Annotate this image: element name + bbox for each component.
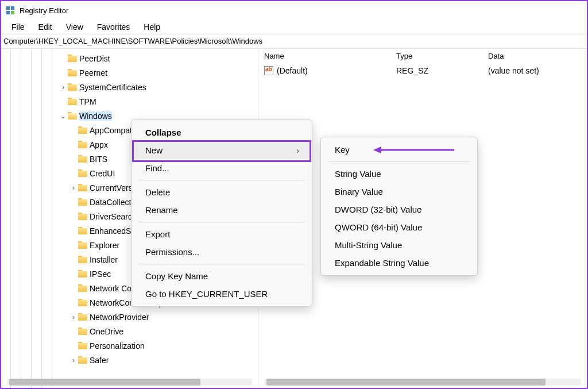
ctx-item-collapse[interactable]: Collapse	[134, 124, 310, 141]
ctx-item-permissions[interactable]: Permissions...	[134, 243, 310, 261]
menu-separator	[328, 161, 470, 162]
list-row[interactable]: (Default)REG_SZ(value not set)	[258, 63, 587, 78]
menu-item-label: Export	[145, 229, 170, 239]
svg-rect-3	[11, 11, 14, 14]
ctx-item-rename[interactable]: Rename	[134, 201, 310, 219]
context-menu[interactable]: CollapseNew›Find...DeleteRenameExportPer…	[131, 120, 312, 307]
menu-item-label: Delete	[145, 187, 170, 197]
folder-icon	[78, 270, 87, 278]
sub-item-dword-32-bit-value[interactable]: DWORD (32-bit) Value	[323, 201, 475, 218]
folder-icon	[78, 213, 87, 220]
folder-icon	[68, 112, 77, 120]
menu-item-label: Rename	[145, 205, 178, 215]
sub-item-key[interactable]: Key	[323, 141, 475, 159]
tree-item-label: Windows	[79, 111, 112, 121]
tree-item-label: Installer	[90, 255, 118, 264]
address-bar[interactable]: Computer\HKEY_LOCAL_MACHINE\SOFTWARE\Pol…	[1, 34, 587, 48]
folder-icon	[78, 126, 87, 134]
svg-rect-0	[6, 6, 10, 10]
cell-data: (value not set)	[482, 66, 587, 75]
tree-item-personalization[interactable]: Personalization	[1, 338, 258, 353]
tree-item-label: SystemCertificates	[79, 83, 146, 92]
tree-item-label: Safer	[90, 356, 109, 365]
tree-item-safer[interactable]: ›Safer	[1, 353, 258, 367]
menu-item-label: String Value	[335, 169, 381, 179]
tree-item-label: CredUI	[90, 169, 115, 178]
context-submenu-new[interactable]: KeyString ValueBinary ValueDWORD (32-bit…	[320, 137, 478, 276]
ctx-item-delete[interactable]: Delete	[134, 183, 310, 201]
menu-separator	[138, 222, 305, 222]
tree-item-peernet[interactable]: Peernet	[1, 66, 258, 80]
menu-item-label: Collapse	[145, 128, 181, 137]
address-path: Computer\HKEY_LOCAL_MACHINE\SOFTWARE\Pol…	[3, 37, 262, 45]
menu-item-label: Copy Key Name	[145, 271, 208, 281]
folder-icon	[68, 98, 77, 105]
menu-separator	[138, 180, 305, 180]
svg-rect-1	[11, 6, 14, 10]
folder-icon	[78, 155, 87, 163]
tree-item-label: Peernet	[79, 68, 107, 78]
ctx-item-new[interactable]: New›	[134, 141, 310, 159]
ctx-item-copy-key-name[interactable]: Copy Key Name	[134, 267, 310, 285]
list-h-scrollbar[interactable]	[264, 379, 581, 386]
list-header[interactable]: Name Type Data	[258, 49, 587, 63]
tree-item-networkprovider[interactable]: ›NetworkProvider	[1, 310, 258, 324]
col-header-type[interactable]: Type	[390, 52, 482, 60]
menu-file[interactable]: File	[6, 21, 30, 33]
sub-item-string-value[interactable]: String Value	[323, 165, 475, 183]
tree-item-label: OneDrive	[90, 327, 123, 336]
folder-icon	[78, 227, 87, 234]
titlebar: Registry Editor	[1, 1, 587, 20]
cell-type: REG_SZ	[390, 66, 482, 75]
tree-item-tpm[interactable]: TPM	[1, 94, 258, 109]
menu-item-label: Key	[335, 145, 350, 155]
tree-h-scrollbar[interactable]	[7, 379, 252, 386]
sub-item-qword-64-bit-value[interactable]: QWORD (64-bit) Value	[323, 218, 475, 236]
sub-item-binary-value[interactable]: Binary Value	[323, 183, 475, 201]
folder-icon	[78, 313, 87, 321]
expander-icon[interactable]: ⌄	[59, 112, 68, 120]
menu-item-label: Expandable String Value	[335, 258, 429, 268]
folder-icon	[78, 241, 87, 249]
expander-icon[interactable]: ›	[69, 313, 78, 321]
reg-string-icon	[264, 66, 273, 75]
expander-icon[interactable]: ›	[59, 83, 68, 91]
svg-rect-2	[6, 11, 10, 14]
tree-item-label: IPSec	[90, 269, 111, 279]
tree-item-label: Personalization	[90, 341, 145, 351]
folder-icon	[78, 170, 87, 177]
chevron-right-icon: ›	[296, 146, 299, 155]
sub-item-expandable-string-value[interactable]: Expandable String Value	[323, 254, 475, 272]
expander-icon[interactable]: ›	[69, 356, 78, 364]
menu-item-label: Permissions...	[145, 247, 199, 257]
tree-item-peerdist[interactable]: PeerDist	[1, 51, 258, 66]
menu-item-label: Find...	[145, 163, 169, 173]
menu-favorites[interactable]: Favorites	[91, 21, 136, 33]
col-header-data[interactable]: Data	[482, 52, 587, 60]
tree-item-label: NetworkProvider	[90, 313, 149, 322]
expander-icon[interactable]: ›	[69, 184, 78, 192]
menu-edit[interactable]: Edit	[33, 21, 58, 33]
tree-item-label: PeerDist	[79, 54, 110, 63]
ctx-item-find[interactable]: Find...	[134, 159, 310, 177]
sub-item-multi-string-value[interactable]: Multi-String Value	[323, 236, 475, 254]
ctx-item-export[interactable]: Export	[134, 225, 310, 243]
ctx-item-go-to-hkey-current-user[interactable]: Go to HKEY_CURRENT_USER	[134, 285, 310, 303]
window-title: Registry Editor	[20, 6, 68, 15]
tree-item-onedrive[interactable]: OneDrive	[1, 324, 258, 338]
cell-name-text: (Default)	[277, 66, 308, 75]
app-icon	[6, 6, 15, 15]
menu-separator	[138, 264, 305, 264]
col-header-name[interactable]: Name	[258, 52, 390, 60]
folder-icon	[78, 342, 87, 349]
folder-icon	[68, 69, 77, 76]
folder-icon	[78, 198, 87, 206]
menu-help[interactable]: Help	[138, 21, 166, 33]
folder-icon	[78, 184, 87, 191]
tree-item-label: BITS	[90, 155, 107, 164]
menu-item-label: New	[145, 145, 163, 155]
tree-item-systemcertificates[interactable]: ›SystemCertificates	[1, 80, 258, 94]
menu-view[interactable]: View	[60, 21, 89, 33]
folder-icon	[78, 284, 87, 292]
tree-item-label: AppCompat	[90, 126, 132, 135]
